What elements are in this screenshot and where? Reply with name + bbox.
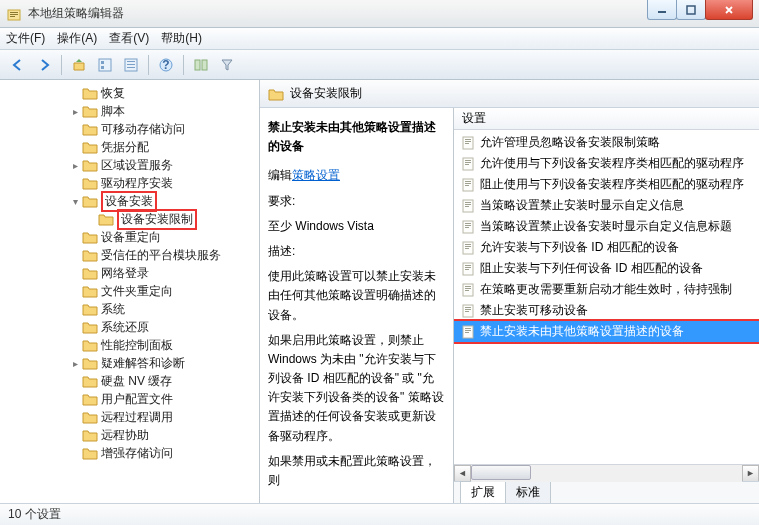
tree-item-label: 区域设置服务 [101, 157, 173, 174]
tree-item[interactable]: 增强存储访问 [0, 444, 259, 462]
tree-twisty[interactable]: ▸ [68, 106, 82, 117]
detail-view-button[interactable] [119, 53, 143, 77]
tree-item[interactable]: 性能控制面板 [0, 336, 259, 354]
tree-item-label: 受信任的平台模块服务 [101, 247, 221, 264]
description-pane: 禁止安装未由其他策略设置描述的设备 编辑策略设置 要求: 至少 Windows … [260, 108, 454, 503]
svg-rect-47 [465, 288, 471, 289]
up-button[interactable] [67, 53, 91, 77]
setting-item[interactable]: 当策略设置禁止安装时显示自定义信息 [454, 195, 759, 216]
svg-rect-40 [465, 248, 469, 249]
svg-rect-5 [687, 6, 695, 14]
tree-item[interactable]: 驱动程序安装 [0, 174, 259, 192]
back-button[interactable] [6, 53, 30, 77]
right-pane: 设备安装限制 禁止安装未由其他策略设置描述的设备 编辑策略设置 要求: 至少 W… [260, 80, 759, 503]
close-button[interactable] [705, 0, 753, 20]
forward-button[interactable] [32, 53, 56, 77]
tab-standard[interactable]: 标准 [505, 481, 551, 503]
setting-item[interactable]: 禁止安装未由其他策略设置描述的设备 [454, 321, 759, 342]
svg-rect-50 [465, 307, 471, 308]
setting-label: 禁止安装可移动设备 [480, 302, 588, 319]
setting-icon [460, 261, 476, 277]
list-view-button[interactable] [93, 53, 117, 77]
tree-item[interactable]: 受信任的平台模块服务 [0, 246, 259, 264]
setting-label: 允许安装与下列设备 ID 相匹配的设备 [480, 239, 679, 256]
setting-item[interactable]: 允许使用与下列设备安装程序类相匹配的驱动程序 [454, 153, 759, 174]
setting-item[interactable]: 阻止使用与下列设备安装程序类相匹配的驱动程序 [454, 174, 759, 195]
tree-item[interactable]: 设备重定向 [0, 228, 259, 246]
tree-twisty[interactable]: ▸ [68, 160, 82, 171]
tree-item[interactable]: 系统 [0, 300, 259, 318]
folder-icon [82, 446, 98, 460]
tree-item[interactable]: 可移动存储访问 [0, 120, 259, 138]
show-hide-button[interactable] [189, 53, 213, 77]
horizontal-scrollbar[interactable]: ◄ ► [454, 464, 759, 481]
settings-column-header[interactable]: 设置 [454, 108, 759, 130]
setting-item[interactable]: 当策略设置禁止设备安装时显示自定义信息标题 [454, 216, 759, 237]
tree-twisty[interactable]: ▸ [68, 358, 82, 369]
setting-label: 允许管理员忽略设备安装限制策略 [480, 134, 660, 151]
scroll-right-button[interactable]: ► [742, 465, 759, 482]
toolbar: ? [0, 50, 759, 80]
setting-item[interactable]: 禁止安装可移动设备 [454, 300, 759, 321]
tree-item[interactable]: ▸疑难解答和诊断 [0, 354, 259, 372]
tree-item[interactable]: 远程协助 [0, 426, 259, 444]
menu-action[interactable]: 操作(A) [57, 30, 97, 47]
folder-icon [98, 212, 114, 226]
scroll-thumb[interactable] [471, 465, 531, 480]
folder-icon [82, 194, 98, 208]
scroll-left-button[interactable]: ◄ [454, 465, 471, 482]
tree-item[interactable]: 用户配置文件 [0, 390, 259, 408]
setting-item[interactable]: 允许安装与下列设备 ID 相匹配的设备 [454, 237, 759, 258]
svg-rect-42 [465, 265, 471, 266]
requirement-label: 要求: [268, 192, 445, 211]
tree-item[interactable]: 文件夹重定向 [0, 282, 259, 300]
svg-rect-23 [465, 162, 471, 163]
menu-help[interactable]: 帮助(H) [161, 30, 202, 47]
setting-item[interactable]: 阻止安装与下列任何设备 ID 相匹配的设备 [454, 258, 759, 279]
tab-extended[interactable]: 扩展 [460, 481, 506, 503]
svg-rect-31 [465, 204, 471, 205]
svg-rect-27 [465, 183, 471, 184]
minimize-button[interactable] [647, 0, 677, 20]
tree-item[interactable]: 凭据分配 [0, 138, 259, 156]
folder-icon [82, 338, 98, 352]
edit-policy-link[interactable]: 策略设置 [292, 168, 340, 182]
tree-item[interactable]: 系统还原 [0, 318, 259, 336]
tree-pane[interactable]: 恢复▸脚本可移动存储访问凭据分配▸区域设置服务驱动程序安装▾设备安装设备安装限制… [0, 80, 260, 503]
tree-item-label: 脚本 [101, 103, 125, 120]
tree-item-label: 网络登录 [101, 265, 149, 282]
tree-twisty[interactable]: ▾ [68, 196, 82, 207]
tree-item[interactable]: 远程过程调用 [0, 408, 259, 426]
folder-icon [82, 374, 98, 388]
svg-rect-6 [99, 59, 111, 71]
tree-item-label: 系统 [101, 301, 125, 318]
svg-rect-16 [202, 60, 207, 70]
tree-item[interactable]: 恢复 [0, 84, 259, 102]
svg-rect-26 [465, 181, 471, 182]
settings-list[interactable]: 允许管理员忽略设备安装限制策略允许使用与下列设备安装程序类相匹配的驱动程序阻止使… [454, 130, 759, 464]
tree-item-label: 驱动程序安装 [101, 175, 173, 192]
tree-item-label: 恢复 [101, 85, 125, 102]
svg-rect-19 [465, 141, 471, 142]
svg-rect-43 [465, 267, 471, 268]
svg-rect-1 [10, 12, 18, 13]
menu-file[interactable]: 文件(F) [6, 30, 45, 47]
svg-rect-51 [465, 309, 471, 310]
folder-icon [82, 140, 98, 154]
folder-icon [82, 158, 98, 172]
setting-item[interactable]: 允许管理员忽略设备安装限制策略 [454, 132, 759, 153]
tree-item[interactable]: 设备安装限制 [0, 210, 259, 228]
svg-rect-44 [465, 269, 469, 270]
help-button[interactable]: ? [154, 53, 178, 77]
filter-button[interactable] [215, 53, 239, 77]
status-text: 10 个设置 [8, 506, 61, 523]
maximize-button[interactable] [676, 0, 706, 20]
menu-view[interactable]: 查看(V) [109, 30, 149, 47]
tree-item[interactable]: 网络登录 [0, 264, 259, 282]
tree-item[interactable]: ▸脚本 [0, 102, 259, 120]
tree-item[interactable]: ▸区域设置服务 [0, 156, 259, 174]
tree-item[interactable]: 硬盘 NV 缓存 [0, 372, 259, 390]
setting-item[interactable]: 在策略更改需要重新启动才能生效时，待持强制 [454, 279, 759, 300]
tree-item[interactable]: ▾设备安装 [0, 192, 259, 210]
folder-icon [82, 230, 98, 244]
